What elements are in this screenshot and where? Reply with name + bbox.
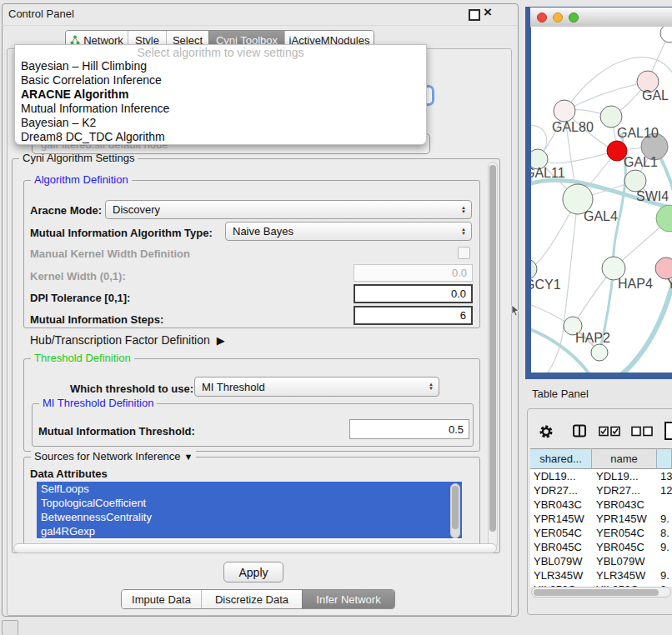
data-attributes-label: Data Attributes	[30, 468, 108, 480]
kernel-width-field[interactable]: 0.0	[354, 264, 473, 282]
gear-icon[interactable]	[539, 424, 554, 439]
network-node[interactable]	[656, 205, 672, 232]
table-row[interactable]: YPR145WYPR145W9.	[530, 512, 672, 526]
deselect-all-checkboxes-icon[interactable]	[631, 426, 653, 437]
which-threshold-value: MI Threshold	[202, 381, 265, 393]
manual-kernel-width-label: Manual Kernel Width Definition	[30, 248, 190, 260]
node-label: Y	[667, 277, 672, 291]
combo-arrows-icon: ▲▼	[461, 206, 466, 214]
mi-algorithm-type-value: Naive Bayes	[233, 225, 293, 238]
node-label: GAL80	[552, 120, 594, 134]
zoom-traffic-light[interactable]	[569, 12, 579, 22]
close-traffic-light[interactable]	[537, 12, 547, 22]
attribute-list-scrollbar[interactable]	[450, 483, 460, 538]
control-panel-titlebar	[2, 3, 517, 26]
table-row[interactable]: YBR045CYBR045C9.	[530, 540, 672, 554]
table-row[interactable]: YDL19...YDL19...13	[530, 469, 672, 483]
network-window-titlebar	[530, 8, 672, 28]
document-icon[interactable]	[664, 421, 672, 441]
control-panel-title: Control Panel	[8, 8, 74, 20]
screen: Control Panel × Network Style Select Cyn…	[0, 0, 672, 635]
float-window-icon[interactable]	[469, 9, 480, 21]
group-title: Algorithm Definition	[31, 173, 132, 186]
table-horizontal-scrollbar-thumb[interactable]	[534, 589, 659, 596]
sources-group-title[interactable]: Sources for Network Inference ▼	[31, 450, 196, 462]
network-node[interactable]	[660, 27, 672, 42]
expanded-arrow-icon: ▼	[184, 452, 193, 462]
column-header-name[interactable]: name	[592, 448, 657, 469]
combo-arrows-icon: ▲▼	[429, 382, 434, 391]
dropdown-item[interactable]: Dream8 DC_TDC Algorithm	[15, 130, 426, 144]
dropdown-item[interactable]: Mutual Information Inference	[15, 102, 426, 116]
network-canvas[interactable]: GAL GAL80 GAL10 GAL1 GAL11 SWI4 GAL4 GCY…	[531, 27, 672, 372]
dpi-tolerance-field[interactable]: 0.0	[354, 284, 473, 303]
node-label: GAL	[642, 88, 669, 102]
settings-horizontal-scrollbar[interactable]	[13, 543, 497, 553]
aracne-mode-value: Discovery	[113, 203, 160, 216]
dropdown-item-selected[interactable]: ARACNE Algorithm	[15, 88, 426, 102]
group-title: Threshold Definition	[31, 352, 134, 364]
apply-button[interactable]: Apply	[223, 562, 283, 582]
mi-threshold-field[interactable]: 0.5	[349, 419, 469, 439]
mi-threshold-label: Mutual Information Threshold:	[38, 425, 195, 438]
node-label: SWI4	[636, 189, 669, 203]
kernel-width-label: Kernel Width (0,1):	[30, 270, 126, 282]
dropdown-item[interactable]: Basic Correlation Inference	[15, 73, 426, 88]
attribute-item-selected[interactable]: BetweennessCentrality	[37, 510, 462, 524]
attribute-item-selected[interactable]: TopologicalCoefficient	[37, 496, 462, 510]
settings-scrollbar-thumb[interactable]	[489, 165, 496, 532]
node-label: GAL4	[584, 209, 618, 223]
dpi-tolerance-label: DPI Tolerance [0,1]:	[30, 292, 130, 304]
mi-steps-field[interactable]: 6	[354, 306, 473, 325]
hub-definition-label: Hub/Transcription Factor Definition	[30, 333, 210, 347]
node-label: GCY1	[531, 278, 561, 292]
group-title: MI Threshold Definition	[39, 397, 157, 409]
tab-label: Impute Data	[132, 593, 191, 606]
aracne-mode-label: Aracne Mode:	[30, 204, 102, 217]
settings-scrollbar[interactable]	[488, 162, 498, 548]
dropdown-item[interactable]: Bayesian – K2	[15, 116, 426, 130]
combo-arrows-icon: ▲▼	[461, 228, 466, 236]
select-all-checkboxes-icon[interactable]	[599, 426, 620, 437]
which-threshold-combo[interactable]: MI Threshold ▲▼	[194, 377, 439, 397]
table-horizontal-scrollbar[interactable]	[531, 587, 671, 598]
dropdown-item[interactable]: Bayesian – Hill Climbing	[15, 59, 426, 73]
close-icon[interactable]: ×	[484, 4, 492, 21]
table-row[interactable]: YDR27...YDR27...12	[530, 483, 672, 498]
table-panel-title: Table Panel	[532, 388, 589, 400]
tab-infer-network[interactable]: Infer Network	[302, 590, 394, 608]
manual-kernel-width-checkbox[interactable]	[458, 247, 470, 259]
columns-icon[interactable]	[572, 423, 587, 438]
network-node-gal80[interactable]	[554, 100, 575, 122]
mi-algorithm-type-combo[interactable]: Naive Bayes ▲▼	[225, 222, 472, 241]
table-row[interactable]: YBR043CYBR043C	[530, 498, 672, 512]
corner-mini-button[interactable]	[2, 620, 18, 635]
column-header-clipped[interactable]	[657, 448, 672, 469]
tab-impute-data[interactable]: Impute Data	[122, 590, 201, 608]
column-header-shared-name[interactable]: shared...	[530, 448, 592, 469]
collapsed-arrow-icon: ▶	[217, 334, 225, 347]
network-node-gal10[interactable]	[600, 106, 622, 128]
algorithm-dropdown-list: Select algorithm to view settings Bayesi…	[14, 44, 427, 145]
node-table: YDL19...YDL19...13 YDR27...YDR27...12 YB…	[530, 469, 672, 587]
attribute-item-selected[interactable]: gal4RGexp	[37, 524, 462, 538]
network-node-labels: GAL GAL80 GAL10 GAL1 GAL11 SWI4 GAL4 GCY…	[531, 88, 672, 345]
attribute-item-selected[interactable]: SelfLoops	[37, 482, 462, 496]
minimize-traffic-light[interactable]	[553, 12, 563, 22]
table-row[interactable]: YBL079WYBL079W	[530, 554, 672, 568]
table-row[interactable]: YER054CYER054C8.	[530, 526, 672, 540]
node-label: GAL11	[531, 166, 565, 180]
attribute-list-scrollbar-thumb[interactable]	[452, 486, 459, 529]
tab-label: Infer Network	[316, 593, 380, 606]
bottom-tabbar: Impute Data Discretize Data Infer Networ…	[121, 589, 395, 609]
network-node[interactable]	[591, 344, 608, 361]
data-attributes-list: SelfLoops TopologicalCoefficient Between…	[37, 482, 462, 540]
hub-definition-toggle[interactable]: Hub/Transcription Factor Definition ▶	[30, 333, 225, 347]
network-node-gcy1[interactable]	[531, 259, 537, 279]
table-row[interactable]: YLR345WYLR345W9.	[530, 568, 672, 582]
node-label: GAL10	[617, 126, 659, 140]
mi-steps-label: Mutual Information Steps:	[30, 313, 163, 326]
aracne-mode-combo[interactable]: Discovery ▲▼	[105, 200, 472, 219]
node-label: HAP2	[575, 331, 610, 345]
tab-discretize-data[interactable]: Discretize Data	[201, 590, 302, 608]
